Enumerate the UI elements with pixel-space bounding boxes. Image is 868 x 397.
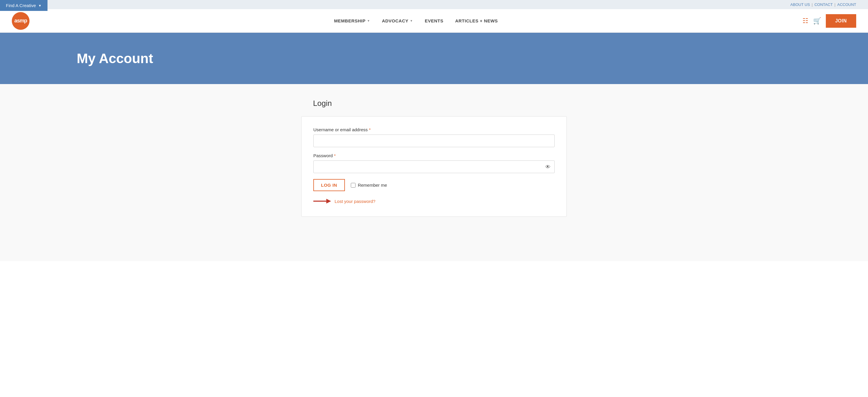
main-nav: asmp MEMBERSHIP ▼ ADVOCACY ▼ EVENTS ARTI…: [0, 9, 868, 33]
username-group: Username or email address *: [313, 127, 555, 147]
password-group: Password * 👁: [313, 153, 555, 173]
username-label: Username or email address *: [313, 127, 555, 132]
nav-right: ☷ 🛒 JOIN: [803, 14, 856, 28]
remember-me-text: Remember me: [358, 183, 387, 188]
logo-text: asmp: [14, 18, 27, 24]
find-creative-area: Find A Creative ▼: [0, 0, 48, 11]
hero-banner: My Account: [0, 33, 868, 84]
lost-password-row: Lost your password?: [313, 198, 555, 205]
nav-links: MEMBERSHIP ▼ ADVOCACY ▼ EVENTS ARTICLES …: [30, 18, 803, 23]
account-link[interactable]: ACCOUNT: [837, 2, 856, 7]
separator-2: |: [834, 2, 835, 7]
find-creative-label: Find A Creative: [6, 3, 36, 8]
login-heading: Login: [313, 99, 567, 108]
join-button[interactable]: JOIN: [826, 14, 856, 28]
password-label: Password *: [313, 153, 555, 158]
login-button[interactable]: LOG IN: [313, 179, 345, 191]
advocacy-dropdown-icon: ▼: [410, 19, 413, 23]
events-nav-link[interactable]: EVENTS: [425, 18, 443, 23]
join-label: JOIN: [835, 18, 847, 23]
login-section: Login Username or email address * Passwo…: [301, 99, 567, 217]
login-form-card: Username or email address * Password * 👁: [301, 116, 567, 217]
arrow-right-icon: [313, 198, 331, 205]
user-icon[interactable]: ☷: [803, 17, 808, 25]
articles-nav-link[interactable]: ARTICLES + NEWS: [455, 18, 498, 23]
contact-link[interactable]: CONTACT: [814, 2, 833, 7]
advocacy-nav-link[interactable]: ADVOCACY ▼: [382, 18, 413, 23]
main-content: Login Username or email address * Passwo…: [0, 84, 868, 261]
utility-bar: Find A Creative ▼ ABOUT US | CONTACT | A…: [0, 0, 868, 9]
cart-icon[interactable]: 🛒: [813, 17, 821, 25]
advocacy-label: ADVOCACY: [382, 18, 408, 23]
about-us-link[interactable]: ABOUT US: [790, 2, 810, 7]
find-creative-button[interactable]: Find A Creative ▼: [0, 0, 48, 11]
membership-dropdown-icon: ▼: [367, 19, 370, 23]
asmp-logo[interactable]: asmp: [12, 12, 30, 30]
page-title: My Account: [77, 51, 153, 66]
articles-label: ARTICLES + NEWS: [455, 18, 498, 23]
svg-marker-1: [326, 199, 331, 203]
utility-links: ABOUT US | CONTACT | ACCOUNT: [790, 2, 856, 7]
form-actions: LOG IN Remember me: [313, 179, 555, 191]
separator-1: |: [812, 2, 812, 7]
password-required-star: *: [334, 153, 336, 158]
membership-label: MEMBERSHIP: [334, 18, 366, 23]
remember-me-label[interactable]: Remember me: [351, 183, 387, 188]
events-label: EVENTS: [425, 18, 443, 23]
password-input[interactable]: [313, 161, 555, 173]
username-required-star: *: [369, 127, 371, 132]
chevron-down-icon: ▼: [38, 4, 41, 7]
logo-area: asmp: [12, 12, 30, 30]
remember-me-checkbox[interactable]: [351, 183, 355, 188]
username-input[interactable]: [313, 134, 555, 147]
password-wrapper: 👁: [313, 161, 555, 173]
show-password-icon[interactable]: 👁: [545, 164, 551, 170]
login-button-label: LOG IN: [321, 183, 337, 188]
membership-nav-link[interactable]: MEMBERSHIP ▼: [334, 18, 370, 23]
lost-password-link[interactable]: Lost your password?: [335, 199, 375, 204]
